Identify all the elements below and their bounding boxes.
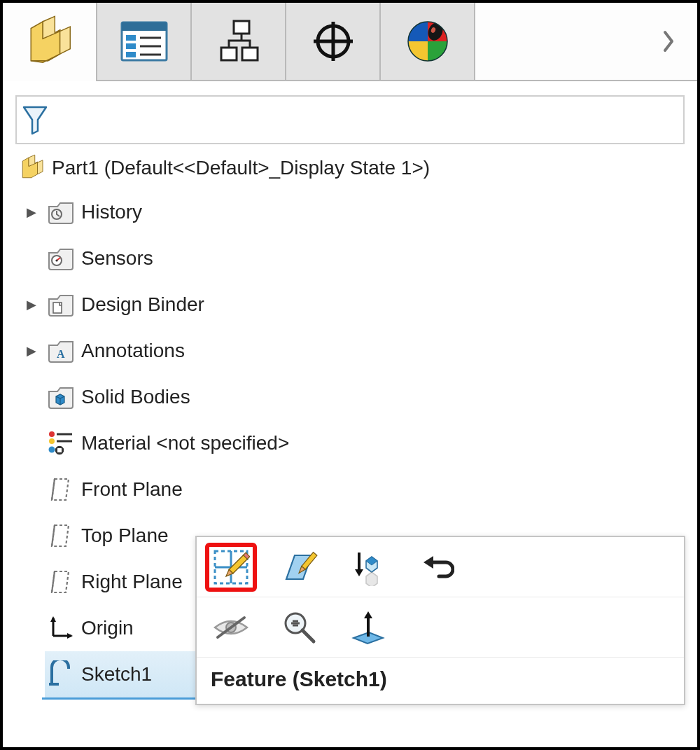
svg-text:A: A <box>57 348 65 360</box>
tree-item-annotations[interactable]: ▶ A Annotations <box>22 328 697 374</box>
tab-overflow[interactable] <box>475 3 697 81</box>
tab-dimxpert[interactable] <box>286 3 381 81</box>
svg-line-68 <box>302 630 314 641</box>
svg-point-37 <box>49 447 55 453</box>
svg-rect-10 <box>126 52 136 57</box>
sensors-folder-icon <box>47 246 75 271</box>
tree-item-sensors[interactable]: ▶ Sensors <box>22 235 697 282</box>
tab-display-manager[interactable] <box>381 3 475 81</box>
svg-marker-60 <box>424 556 433 569</box>
tree-label: Right Plane <box>81 571 183 593</box>
normal-to-button[interactable] <box>342 603 394 652</box>
part-icon <box>18 154 46 182</box>
hide-icon <box>212 613 250 641</box>
svg-rect-12 <box>234 21 249 34</box>
svg-rect-29 <box>53 303 62 313</box>
tab-feature-manager[interactable] <box>3 3 97 81</box>
expand-icon: ▶ <box>22 482 41 497</box>
undo-icon <box>419 553 454 582</box>
svg-marker-44 <box>50 616 56 622</box>
expand-icon: ▶ <box>22 620 41 636</box>
tree-label: Solid Bodies <box>81 386 190 408</box>
svg-rect-14 <box>242 48 258 60</box>
tree-label: Design Binder <box>81 293 204 316</box>
expand-icon: ▶ <box>22 436 41 451</box>
dimxpert-icon <box>311 19 356 64</box>
expand-icon[interactable]: ▶ <box>22 297 41 312</box>
svg-point-28 <box>55 259 57 261</box>
history-folder-icon <box>47 200 75 225</box>
tree-label: Material <not specified> <box>81 432 289 454</box>
origin-icon <box>48 615 74 641</box>
expand-icon: ▶ <box>22 574 41 590</box>
tab-configuration-manager[interactable] <box>192 3 286 81</box>
expand-icon: ▶ <box>22 389 41 405</box>
panel-tabbar <box>3 3 697 81</box>
expand-icon: ▶ <box>22 528 41 543</box>
context-toolbar-row-1 <box>197 537 684 597</box>
tree-item-front-plane[interactable]: ▶ Front Plane <box>22 466 697 513</box>
property-manager-icon <box>119 20 169 63</box>
tree-item-sketch1[interactable]: Sketch1 <box>45 651 220 697</box>
svg-rect-40 <box>58 452 62 454</box>
svg-rect-39 <box>58 446 62 448</box>
svg-rect-6 <box>126 35 136 41</box>
part-icon <box>22 15 77 69</box>
plane-icon <box>48 522 74 550</box>
context-toolbar-title: Feature (Sketch1) <box>197 658 684 704</box>
solid-bodies-folder-icon <box>47 384 75 410</box>
root-label: Part1 (Default<<Default>_Display State 1… <box>52 157 430 179</box>
svg-marker-56 <box>355 569 363 576</box>
svg-marker-71 <box>364 611 372 618</box>
edit-sketch-button[interactable] <box>205 543 257 592</box>
tree-label: Annotations <box>81 340 185 362</box>
svg-rect-41 <box>55 449 57 452</box>
edit-sketch-plane-icon <box>281 548 318 586</box>
derived-sketch-button[interactable] <box>342 543 394 592</box>
tree-root-part[interactable]: Part1 (Default<<Default>_Display State 1… <box>18 154 697 182</box>
expand-icon[interactable]: ▶ <box>22 343 41 359</box>
tree-label: Front Plane <box>81 478 183 501</box>
context-toolbar-row-2 <box>197 597 684 658</box>
normal-to-icon <box>349 609 387 646</box>
svg-rect-5 <box>122 22 167 31</box>
chevron-right-icon <box>662 29 676 53</box>
tree-label: Origin <box>81 617 134 639</box>
svg-rect-13 <box>221 48 237 60</box>
svg-rect-8 <box>126 43 136 49</box>
sketch-icon <box>48 660 74 688</box>
tree-item-material[interactable]: ▶ Material <not spec <box>22 420 697 466</box>
svg-marker-46 <box>67 633 73 639</box>
edit-sketch-plane-button[interactable] <box>274 543 326 592</box>
derived-sketch-icon <box>349 548 387 586</box>
configuration-manager-icon <box>216 18 262 64</box>
plane-icon <box>48 475 74 504</box>
tree-label: Sketch1 <box>81 663 152 686</box>
filter-bar[interactable] <box>15 95 685 144</box>
funnel-icon <box>21 103 49 137</box>
annotations-folder-icon: A <box>47 338 75 363</box>
expand-icon: ▶ <box>22 251 41 266</box>
tree-label: Top Plane <box>81 525 169 547</box>
tree-label: Sensors <box>81 247 153 270</box>
plane-icon <box>48 568 74 596</box>
tree-item-solid-bodies[interactable]: ▶ Solid Bodies <box>22 374 697 420</box>
zoom-to-selection-button[interactable] <box>274 603 326 652</box>
zoom-to-selection-icon <box>281 609 318 646</box>
svg-marker-59 <box>366 572 377 586</box>
svg-rect-42 <box>62 449 64 452</box>
hide-button[interactable] <box>205 603 257 652</box>
tree-item-history[interactable]: ▶ History <box>22 189 697 235</box>
display-manager-icon <box>405 18 451 64</box>
context-toolbar-popup: Feature (Sketch1) <box>195 536 685 705</box>
tab-property-manager[interactable] <box>97 3 192 81</box>
expand-icon[interactable]: ▶ <box>22 204 41 220</box>
material-icon <box>47 429 75 457</box>
design-binder-folder-icon <box>47 292 75 317</box>
undo-button[interactable] <box>411 543 463 592</box>
tree-item-design-binder[interactable]: ▶ Design Binder <box>22 282 697 328</box>
svg-point-35 <box>49 431 55 437</box>
tree-label: History <box>81 201 142 223</box>
svg-point-36 <box>49 438 55 444</box>
edit-sketch-icon <box>212 548 250 586</box>
